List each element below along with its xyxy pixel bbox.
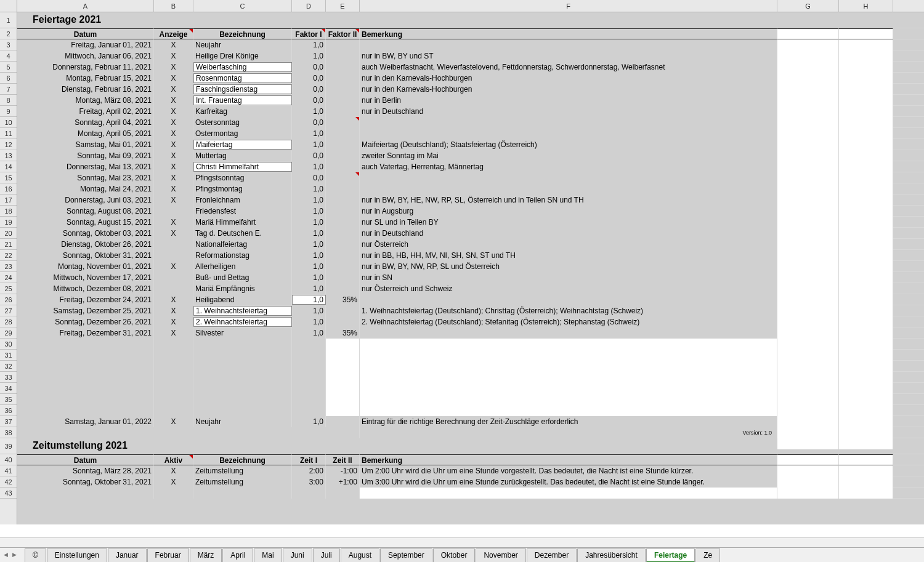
cell[interactable] [17,488,154,499]
column-header-C[interactable]: C [193,0,292,12]
cell-faktor-2[interactable] [326,283,360,294]
cell[interactable] [777,454,839,465]
cell-datum[interactable]: Freitag, Dezember 24, 2021 [17,294,154,305]
cell-bemerkung[interactable]: nur in BB, HB, HH, MV, NI, SH, SN, ST un… [360,250,777,261]
cell-datum[interactable]: Sonntag, Oktober 31, 2021 [17,250,154,261]
cell-faktor-2[interactable] [326,73,360,84]
cell-faktor-1[interactable]: 1,0 [292,316,326,327]
cell-bezeichnung[interactable]: Neujahr [193,416,292,427]
row-header-13[interactable]: 13 [0,150,17,161]
cell-bemerkung[interactable]: nur in Augsburg [360,206,777,217]
cell[interactable] [839,476,893,488]
cell[interactable] [326,339,360,350]
cell-datum[interactable]: Freitag, Dezember 31, 2021 [17,327,154,339]
cell-bezeichnung[interactable]: Christi Himmelfahrt [193,162,292,172]
cell-anzeige[interactable]: X [154,39,193,50]
cell-anzeige[interactable]: X [154,150,193,161]
cell-bemerkung[interactable]: nur in den Karnevals-Hochburgen [360,84,777,95]
cell[interactable] [193,394,292,405]
cell-zeit-2[interactable]: -1:00 [326,465,360,476]
row-header-39[interactable]: 39 [0,438,17,454]
cell[interactable] [154,394,193,405]
row-header-15[interactable]: 15 [0,172,17,183]
cell-faktor-1[interactable]: 1,0 [292,161,326,172]
column-header-F[interactable]: F [360,0,777,12]
cell[interactable] [777,438,839,449]
cell-g[interactable] [777,62,839,73]
cell-g[interactable] [777,316,839,327]
cell-bezeichnung[interactable]: Fronleichnam [193,195,292,206]
cell-h[interactable] [839,250,893,261]
cell-faktor-1[interactable]: 1,0 [292,239,326,250]
cell-h[interactable] [839,161,893,172]
cell[interactable] [17,394,154,405]
cell-h[interactable] [839,316,893,327]
cell-anzeige[interactable]: X [154,327,193,339]
cell[interactable] [154,383,193,394]
cell[interactable] [292,339,326,350]
row-header-27[interactable]: 27 [0,305,17,316]
row-header-4[interactable]: 4 [0,50,17,62]
cell-faktor-1[interactable]: 1,0 [292,206,326,217]
cell[interactable] [193,405,292,416]
row-header-28[interactable]: 28 [0,316,17,327]
cell-faktor-2[interactable] [326,272,360,283]
cell-h[interactable] [839,217,893,228]
cell-bemerkung[interactable]: nur in Deutschland [360,106,777,117]
cell-h[interactable] [839,106,893,117]
row-header-23[interactable]: 23 [0,261,17,272]
cell-bezeichnung[interactable]: Tag d. Deutschen E. [193,228,292,239]
cell-datum[interactable]: Mittwoch, Januar 06, 2021 [17,50,154,62]
cell-anzeige[interactable]: X [154,261,193,272]
cell-bemerkung[interactable] [360,327,777,339]
row-header-41[interactable]: 41 [0,465,17,476]
column-header-D[interactable]: D [292,0,326,12]
cell-datum[interactable]: Freitag, April 02, 2021 [17,106,154,117]
column-header-A[interactable]: A [17,0,154,12]
cell-datum[interactable]: Donnerstag, Februar 11, 2021 [17,62,154,73]
row-header-34[interactable]: 34 [0,383,17,394]
cell[interactable] [360,372,777,383]
cell[interactable] [17,361,154,372]
cell-bezeichnung[interactable]: Mariä Himmelfahrt [193,217,292,228]
cell-h[interactable] [839,239,893,250]
cell-zeit-1[interactable]: 3:00 [292,476,326,488]
cell-bemerkung[interactable] [360,183,777,195]
row-header-20[interactable]: 20 [0,228,17,239]
row-header-12[interactable]: 12 [0,139,17,150]
cell-bezeichnung[interactable]: Weiberfasching [193,62,292,72]
cell[interactable] [292,488,326,499]
cell-bemerkung[interactable] [360,117,777,128]
cell-aktiv[interactable]: X [154,476,193,488]
cell-anzeige[interactable]: X [154,195,193,206]
cell-h[interactable] [839,150,893,161]
cell-anzeige[interactable]: X [154,416,193,427]
cell-h[interactable] [839,294,893,305]
row-header-16[interactable]: 16 [0,183,17,195]
cell-faktor-2[interactable] [326,95,360,106]
cell[interactable] [292,350,326,361]
cell-h[interactable] [839,128,893,139]
cell-anzeige[interactable]: X [154,95,193,106]
row-header-6[interactable]: 6 [0,73,17,84]
row-header-29[interactable]: 29 [0,327,17,339]
cell-faktor-1[interactable]: 1,0 [292,250,326,261]
cell-faktor-2[interactable] [326,239,360,250]
cell-g[interactable] [777,73,839,84]
cell-datum[interactable]: Samstag, Mai 01, 2021 [17,139,154,150]
cell-datum[interactable]: Montag, April 05, 2021 [17,128,154,139]
cell-faktor-2[interactable] [326,117,360,128]
cell[interactable] [777,383,839,394]
row-header-21[interactable]: 21 [0,239,17,250]
row-header-35[interactable]: 35 [0,394,17,405]
cell-bemerkung[interactable]: auch Vatertag, Herrentag, Männertag [360,161,777,172]
cell-bemerkung[interactable] [360,172,777,183]
cell-h[interactable] [839,139,893,150]
row-header-2[interactable]: 2 [0,28,17,39]
cell-faktor-2[interactable] [326,106,360,117]
cell-bemerkung[interactable]: nur in BW, BY und ST [360,50,777,62]
cell[interactable] [154,488,193,499]
cell[interactable] [154,405,193,416]
cell[interactable] [292,361,326,372]
cell-g[interactable] [777,150,839,161]
